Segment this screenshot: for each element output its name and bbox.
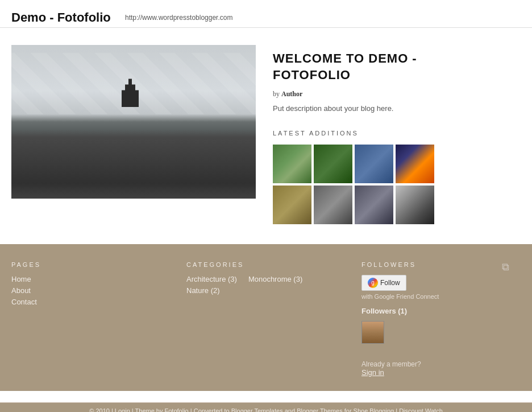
pages-column: PAGES Home About Contact — [11, 261, 186, 391]
sign-in-link[interactable]: Sign in — [361, 368, 509, 377]
category-nature[interactable]: Nature (2) — [186, 286, 237, 295]
followers-header: FOLLOWERS ⧉ — [361, 261, 509, 275]
category-monochrome[interactable]: Monochrome (3) — [248, 275, 302, 283]
page-contact[interactable]: Contact — [11, 298, 175, 306]
copy-icon[interactable]: ⧉ — [502, 261, 509, 273]
already-member-label: Already a member? — [361, 360, 421, 368]
followers-title: FOLLOWERS — [361, 261, 416, 268]
thumbnail-6[interactable] — [314, 186, 352, 224]
author-name: Author — [281, 90, 302, 98]
cat-col-2: Monochrome (3) — [248, 275, 302, 298]
blogger-templates-link[interactable]: Blogger Templates — [231, 407, 283, 412]
thumbnail-5[interactable] — [273, 186, 311, 224]
main-content: WELCOME TO DEMO -FOTOFOLIO by Author Put… — [0, 28, 532, 244]
footer-divider-2: | Converted to — [190, 407, 231, 412]
footer-columns: PAGES Home About Contact CATEGORIES Arch… — [11, 261, 521, 391]
follower-avatar[interactable] — [361, 321, 384, 344]
header: Demo - Fotofolio http://www.wordpresstob… — [0, 0, 532, 28]
discount-watch-link[interactable]: Discount Watch — [399, 407, 443, 412]
avatar-image — [362, 322, 384, 343]
categories-column: CATEGORIES Architecture (3) Nature (2) M… — [186, 261, 361, 391]
copyright-text: © 2010 | — [89, 407, 115, 412]
footer: PAGES Home About Contact CATEGORIES Arch… — [0, 244, 532, 391]
follow-button[interactable]: g Follow — [361, 275, 406, 291]
followers-column: FOLLOWERS ⧉ g Follow with Google Friend … — [361, 261, 521, 391]
site-subtitle: http://www.wordpresstoblogger.com — [125, 14, 521, 22]
author-line: by Author — [273, 90, 521, 98]
footer-divider-1: | Theme by — [132, 407, 165, 412]
by-prefix: by — [273, 90, 280, 98]
pages-title: PAGES — [11, 261, 175, 268]
page-home[interactable]: Home — [11, 275, 175, 283]
footer-divider-3: and — [285, 407, 297, 412]
welcome-section: WELCOME TO DEMO -FOTOFOLIO by Author Put… — [273, 45, 521, 227]
thumbnail-2[interactable] — [314, 145, 352, 183]
cat-col-1: Architecture (3) Nature (2) — [186, 275, 237, 298]
followers-count: Followers (1) — [361, 307, 509, 315]
hero-photo-container — [11, 45, 256, 227]
fotofolio-link[interactable]: Fotofolio — [165, 407, 189, 412]
blog-description: Put description about your blog here. — [273, 104, 521, 113]
login-link[interactable]: Login — [115, 407, 130, 412]
thumbnail-8[interactable] — [396, 186, 434, 224]
thumbnail-3[interactable] — [355, 145, 393, 183]
follow-button-label: Follow — [380, 279, 400, 287]
already-member-text: Already a member? Sign in — [361, 360, 509, 391]
blogger-themes-link[interactable]: Blogger Themes — [297, 407, 343, 412]
thumbnail-4[interactable] — [396, 145, 434, 183]
latest-additions-label: LATEST ADDITIONS — [273, 130, 521, 137]
google-icon: g — [368, 278, 378, 288]
welcome-heading: WELCOME TO DEMO -FOTOFOLIO — [273, 51, 521, 83]
categories-list: Architecture (3) Nature (2) Monochrome (… — [186, 275, 350, 298]
thumbnail-1[interactable] — [273, 145, 311, 183]
footer-suffix: for Shoe Blogging | — [344, 407, 399, 412]
thumbnail-grid — [273, 145, 521, 224]
gfc-subtitle: with Google Friend Connect — [361, 293, 509, 300]
hero-photo[interactable] — [11, 45, 256, 199]
category-architecture[interactable]: Architecture (3) — [186, 275, 237, 283]
footer-bottom: © 2010 | Login | Theme by Fotofolio | Co… — [0, 402, 532, 412]
thumbnail-7[interactable] — [355, 186, 393, 224]
page-about[interactable]: About — [11, 286, 175, 295]
categories-title: CATEGORIES — [186, 261, 350, 268]
